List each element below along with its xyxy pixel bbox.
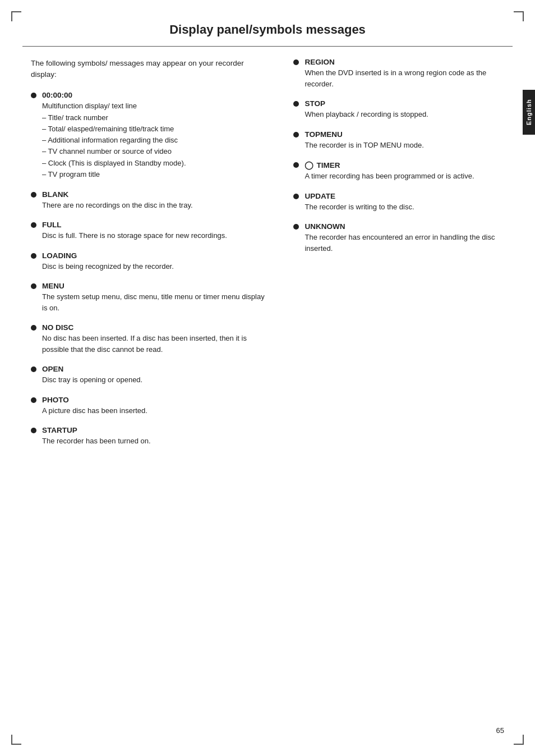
item-desc: There are no recordings on the disc in t… xyxy=(42,200,271,211)
bullet-icon xyxy=(31,366,36,372)
list-item: 00:00:00 Multifunction display/ text lin… xyxy=(31,91,271,180)
item-desc: Multifunction display/ text line xyxy=(42,100,271,112)
list-item: PHOTO A picture disc has been inserted. xyxy=(31,396,271,416)
item-content: TOPMENU The recorder is in TOP MENU mode… xyxy=(305,130,507,151)
bullet-icon xyxy=(293,194,299,199)
timer-label-text: TIMER xyxy=(316,161,340,169)
content-area: The following symbols/ messages may appe… xyxy=(0,47,535,468)
bullet-icon xyxy=(31,428,36,433)
item-content: STARTUP The recorder has been turned on. xyxy=(42,426,271,447)
right-column: REGION When the DVD inserted is in a wro… xyxy=(288,58,507,457)
bullet-icon xyxy=(31,253,36,259)
bullet-icon xyxy=(293,59,299,65)
item-content: FULL Disc is full. There is no storage s… xyxy=(42,221,271,241)
list-item: BLANK There are no recordings on the dis… xyxy=(31,190,271,211)
list-item: MENU The system setup menu, disc menu, t… xyxy=(31,282,271,313)
sub-list-item: Total/ elasped/remaining title/track tim… xyxy=(42,123,271,135)
bullet-icon xyxy=(31,325,36,331)
item-label: PHOTO xyxy=(42,396,271,404)
timer-clock-icon: ◯ xyxy=(305,161,313,169)
item-content: OPEN Disc tray is opening or opened. xyxy=(42,365,271,386)
item-label: MENU xyxy=(42,282,271,290)
bullet-icon xyxy=(293,132,299,138)
list-item: STARTUP The recorder has been turned on. xyxy=(31,426,271,447)
item-label: STARTUP xyxy=(42,426,271,434)
bullet-icon xyxy=(31,222,36,228)
corner-mark-tr xyxy=(514,11,524,21)
item-label: OPEN xyxy=(42,365,271,373)
corner-mark-bl xyxy=(11,735,21,745)
item-label: 00:00:00 xyxy=(42,91,271,99)
item-label: NO DISC xyxy=(42,323,271,332)
page-number: 65 xyxy=(496,726,504,735)
item-desc: The recorder has been turned on. xyxy=(42,436,271,447)
item-label: ◯ TIMER xyxy=(305,161,507,169)
item-content: BLANK There are no recordings on the dis… xyxy=(42,190,271,211)
item-label: STOP xyxy=(305,99,507,108)
list-item: REGION When the DVD inserted is in a wro… xyxy=(293,58,507,89)
item-desc: A timer recording has been programmed or… xyxy=(305,171,507,182)
item-desc: No disc has been inserted. If a disc has… xyxy=(42,333,271,355)
item-desc: When playback / recording is stopped. xyxy=(305,109,507,120)
item-desc: The recorder is in TOP MENU mode. xyxy=(305,140,507,151)
sub-list-item: TV program title xyxy=(42,169,271,180)
item-label: FULL xyxy=(42,221,271,229)
list-item: OPEN Disc tray is opening or opened. xyxy=(31,365,271,386)
item-content: STOP When playback / recording is stoppe… xyxy=(305,99,507,120)
sub-list-item: Title/ track number xyxy=(42,112,271,123)
list-item: FULL Disc is full. There is no storage s… xyxy=(31,221,271,241)
bullet-icon xyxy=(31,192,36,198)
item-desc: The recorder is writing to the disc. xyxy=(305,201,507,213)
list-item: LOADING Disc is being recognized by the … xyxy=(31,251,271,272)
item-content: 00:00:00 Multifunction display/ text lin… xyxy=(42,91,271,180)
item-desc: When the DVD inserted is in a wrong regi… xyxy=(305,67,507,89)
item-label: LOADING xyxy=(42,251,271,260)
item-content: LOADING Disc is being recognized by the … xyxy=(42,251,271,272)
bullet-icon xyxy=(293,101,299,107)
bullet-icon xyxy=(293,224,299,230)
item-content: PHOTO A picture disc has been inserted. xyxy=(42,396,271,416)
list-item: STOP When playback / recording is stoppe… xyxy=(293,99,507,120)
item-desc: The system setup menu, disc menu, title … xyxy=(42,291,271,313)
page-title: Display panel/symbols messages xyxy=(22,0,513,47)
item-label: BLANK xyxy=(42,190,271,199)
item-content: NO DISC No disc has been inserted. If a … xyxy=(42,323,271,355)
item-desc: Disc is being recognized by the recorder… xyxy=(42,261,271,272)
item-content: ◯ TIMER A timer recording has been progr… xyxy=(305,161,507,182)
item-content: UPDATE The recorder is writing to the di… xyxy=(305,192,507,213)
corner-mark-br xyxy=(514,735,524,745)
bullet-icon xyxy=(31,397,36,403)
bullet-icon xyxy=(31,93,36,98)
list-item: UPDATE The recorder is writing to the di… xyxy=(293,192,507,213)
left-column: The following symbols/ messages may appe… xyxy=(31,58,288,457)
list-item: TOPMENU The recorder is in TOP MENU mode… xyxy=(293,130,507,151)
list-item: NO DISC No disc has been inserted. If a … xyxy=(31,323,271,355)
sub-list-item: Additional information regarding the dis… xyxy=(42,135,271,146)
item-label: UNKNOWN xyxy=(305,222,507,231)
corner-mark-tl xyxy=(11,11,21,21)
item-content: UNKNOWN The recorder has encountered an … xyxy=(305,222,507,254)
list-item: UNKNOWN The recorder has encountered an … xyxy=(293,222,507,254)
bullet-icon xyxy=(293,162,299,168)
item-content: REGION When the DVD inserted is in a wro… xyxy=(305,58,507,89)
language-tab: English xyxy=(523,90,535,135)
intro-text: The following symbols/ messages may appe… xyxy=(31,58,271,81)
item-content: MENU The system setup menu, disc menu, t… xyxy=(42,282,271,313)
item-label: REGION xyxy=(305,58,507,66)
list-item: ◯ TIMER A timer recording has been progr… xyxy=(293,161,507,182)
sub-list-item: TV channel number or source of video xyxy=(42,146,271,157)
item-desc: Disc tray is opening or opened. xyxy=(42,374,271,386)
item-desc: A picture disc has been inserted. xyxy=(42,405,271,416)
sub-list-item: Clock (This is displayed in Standby mode… xyxy=(42,158,271,169)
item-label: TOPMENU xyxy=(305,130,507,139)
item-desc: The recorder has encountered an error in… xyxy=(305,232,507,254)
item-desc: Disc is full. There is no storage space … xyxy=(42,230,271,241)
sub-list: Title/ track number Total/ elasped/remai… xyxy=(42,112,271,180)
bullet-icon xyxy=(31,283,36,289)
item-label: UPDATE xyxy=(305,192,507,200)
